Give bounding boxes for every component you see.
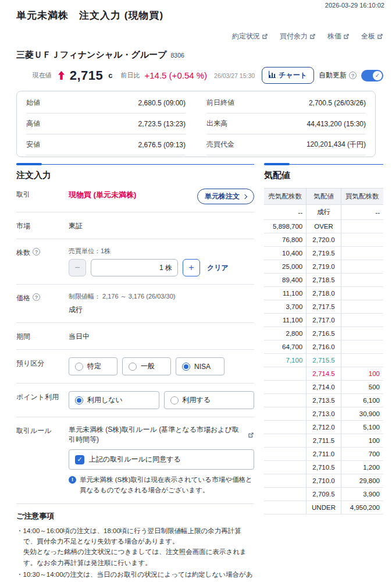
quote-price-cell: 2,716.5 (307, 327, 341, 340)
quantity-minus-button[interactable]: − (69, 259, 86, 276)
link-execution-status[interactable]: 約定状況 (232, 31, 268, 41)
agree-rules-checkbox[interactable]: ✓ 上記の取引ルールに同意する (69, 449, 254, 470)
quote-row: 7,1002,715.5 (264, 354, 383, 367)
account-option-tokutei[interactable]: 特定 (69, 357, 117, 375)
quantity-clear-link[interactable]: クリア (207, 263, 229, 273)
sell-quantity-cell (264, 488, 307, 501)
quote-row: 2,713.56,100 (264, 394, 383, 407)
buy-quantity-cell (341, 274, 383, 287)
summary-value: 2,723.5 (13:23) (138, 120, 186, 128)
radio-selected-icon (75, 396, 83, 404)
page-timestamp: 2026-03-29 16:10:02 (325, 2, 384, 9)
quote-table-header-row: 売気配株数 気配値 買気配株数 (264, 189, 383, 205)
quote-row: 2,709.53,900 (264, 488, 383, 501)
quote-row: 89,4002,718.5 (264, 274, 383, 287)
quote-row: 10,4002,719.5 (264, 247, 383, 260)
quote-board-title: 気配値 (264, 170, 290, 180)
toggle-check-icon: ✓ (373, 71, 382, 80)
summary-row: 安値 2,676.5 (09:13) (26, 134, 186, 155)
quote-price-cell: 2,714.0 (307, 381, 341, 394)
col-sell-quantity: 売気配株数 (264, 189, 307, 205)
row-period: 期間 当日中 (16, 323, 254, 350)
auto-update-toggle[interactable]: ✓ (361, 70, 383, 81)
summary-col-right: 前日終値 2,700.5 (26/03/26) 出来高 44,413,200 (… (206, 93, 366, 155)
buy-quantity-cell (341, 220, 383, 233)
account-option-nisa[interactable]: NISA (176, 357, 224, 375)
sell-quantity-cell: 3,700 (264, 300, 307, 314)
sell-quantity-cell: 5,898,700 (264, 220, 307, 233)
help-icon[interactable]: ? (33, 293, 40, 301)
quote-price-cell: 2,717.5 (307, 300, 341, 314)
unit-share-order-button[interactable]: 単元株注文 (197, 189, 254, 204)
summary-row: 始値 2,680.5 (09:00) (26, 93, 186, 113)
row-price: 価格 ? 制限値幅： 2,176 ～ 3,176 (26/03/30) 成行 (16, 285, 254, 323)
sell-quantity-cell: -- (264, 205, 307, 220)
quote-price-cell: 2,714.5 (307, 367, 341, 381)
quote-price-cell: 2,715.5 (307, 354, 341, 367)
checkbox-checked-icon: ✓ (75, 455, 84, 464)
account-option-ippan[interactable]: 一般 (122, 357, 171, 375)
price-value: 成行 (69, 305, 254, 315)
chart-button-label: チャート (279, 70, 307, 80)
quote-row: 5,898,700OVER (264, 220, 383, 233)
sell-quantity-cell: 10,400 (264, 247, 307, 260)
quantity-plus-button[interactable]: + (183, 259, 200, 276)
buy-quantity-cell (341, 287, 383, 300)
buy-quantity-cell: 4,950,200 (341, 501, 383, 514)
quote-row: 64,7002,716.0 (264, 340, 383, 354)
row-points: ポイント利用 利用しない 利用する (16, 384, 254, 417)
link-full-board[interactable]: 全板 (361, 31, 383, 41)
main-columns: 注文入力 取引 現物買 (単元未満株) 単元株注文 市場 東証 株数 ? (16, 164, 383, 582)
quote-board: 気配値 売気配株数 気配値 買気配株数 --成行--5,898,700OVER7… (264, 164, 383, 514)
quote-row: 2,8002,716.5 (264, 327, 383, 340)
price-up-arrow-icon (58, 71, 65, 80)
buy-quantity-cell: 500 (341, 381, 383, 394)
points-option-no[interactable]: 利用しない (69, 391, 159, 409)
quantity-input[interactable] (91, 259, 178, 276)
buy-quantity-cell (341, 327, 383, 340)
sell-quantity-cell (264, 394, 307, 407)
trading-rules-link[interactable]: 単元未満株 (S株)取引ルール (基準となる市場および取引時間等) (69, 425, 254, 445)
quote-row: 2,712.05,100 (264, 421, 383, 434)
summary-value: 2,676.5 (09:13) (138, 141, 186, 149)
quote-price-cell: 2,712.0 (307, 421, 341, 434)
page-title: 単元未満株 注文入力 (現物買) (16, 9, 383, 22)
quantity-stepper: − + クリア (69, 259, 254, 276)
buy-quantity-cell (341, 300, 383, 314)
link-stock-price[interactable]: 株価 (327, 31, 350, 41)
trade-type-label: 取引 (16, 189, 69, 204)
auto-update-label: 自動更新 (319, 70, 347, 80)
radio-selected-icon (182, 363, 190, 371)
sell-quantity-cell (264, 421, 307, 434)
order-form-header: 注文入力 (16, 164, 254, 181)
stock-header: 三菱ＵＦＪフィナンシャル・グループ 8306 (16, 49, 383, 61)
buy-quantity-cell: 1,200 (341, 461, 383, 474)
price-change: +14.5 (+0.54 %) (145, 70, 208, 80)
col-buy-quantity: 買気配株数 (341, 189, 383, 205)
quantity-label: 株数 ? (16, 247, 69, 276)
sell-quantity-cell: 64,700 (264, 340, 307, 354)
option-label: 一般 (141, 361, 155, 371)
help-icon[interactable]: ? (349, 72, 357, 79)
option-label: 利用する (183, 395, 211, 405)
quote-row: 76,8002,720.0 (264, 233, 383, 247)
radio-icon (170, 396, 179, 404)
trading-rules-link-label: 単元未満株 (S株)取引ルール (基準となる市場および取引時間等) (69, 425, 245, 445)
quote-price-cell: 2,718.0 (307, 287, 341, 300)
row-trading-rules: 取引ルール 単元未満株 (S株)取引ルール (基準となる市場および取引時間等) … (16, 417, 254, 504)
summary-row: 売買代金 120,201,434 (千円) (206, 134, 366, 155)
points-option-yes[interactable]: 利用する (164, 391, 255, 409)
help-icon[interactable]: ? (33, 248, 40, 255)
summary-row: 出来高 44,413,200 (15:30) (206, 113, 366, 134)
chart-button[interactable]: チャート (262, 67, 314, 84)
link-buying-power[interactable]: 買付余力 (280, 31, 316, 41)
summary-label: 前日終値 (206, 98, 234, 108)
period-label: 期間 (16, 331, 69, 342)
stock-code: 8306 (171, 52, 184, 59)
summary-value: 2,700.5 (26/03/26) (309, 99, 366, 107)
buy-quantity-cell: 5,100 (341, 421, 383, 434)
quote-row: 11,1002,718.0 (264, 287, 383, 300)
summary-label: 安値 (26, 140, 40, 150)
quote-price-cell: 2,719.5 (307, 247, 341, 260)
quote-price-cell: UNDER (307, 501, 341, 514)
